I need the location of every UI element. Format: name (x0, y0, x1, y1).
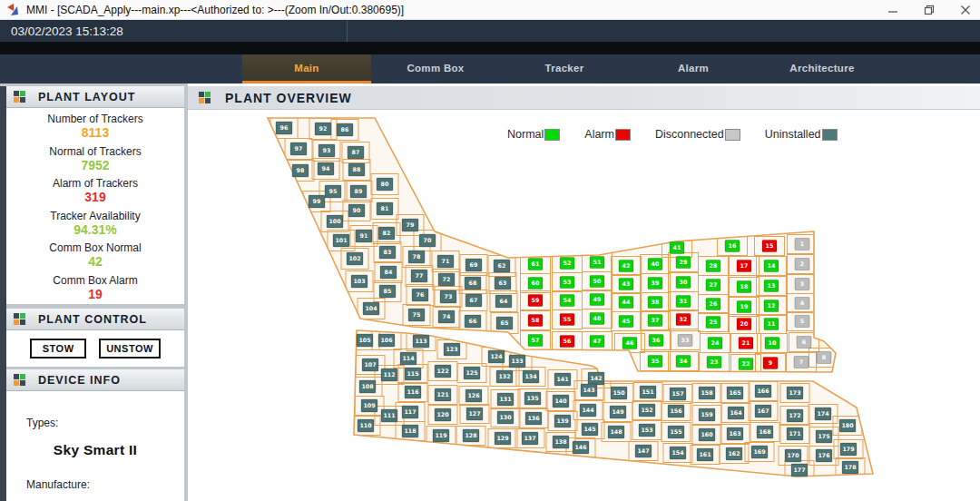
map-tile-96[interactable]: 96 (276, 122, 292, 134)
map-tile-149[interactable]: 149 (610, 406, 626, 418)
map-tile-175[interactable]: 175 (816, 430, 832, 443)
map-tile-43[interactable]: 43 (619, 279, 633, 290)
map-tile-100[interactable]: 100 (327, 215, 343, 228)
map-tile-93[interactable]: 93 (318, 144, 335, 157)
map-tile-47[interactable]: 47 (590, 336, 604, 348)
map-tile-44[interactable]: 44 (619, 297, 633, 309)
map-tile-162[interactable]: 162 (726, 447, 742, 460)
map-tile-153[interactable]: 153 (639, 424, 655, 437)
map-tile-48[interactable]: 48 (590, 313, 604, 325)
map-tile-173[interactable]: 173 (787, 387, 803, 399)
map-tile-145[interactable]: 145 (582, 423, 598, 436)
map-tile-29[interactable]: 29 (676, 257, 691, 269)
map-tile-135[interactable]: 135 (524, 392, 541, 405)
map-tile-167[interactable]: 167 (755, 405, 771, 418)
map-tile-85[interactable]: 85 (379, 285, 396, 298)
map-tile-156[interactable]: 156 (668, 405, 684, 418)
map-tile-154[interactable]: 154 (670, 447, 686, 459)
map-tile-177[interactable]: 177 (791, 464, 808, 476)
map-tile-121[interactable]: 121 (435, 388, 451, 401)
map-tile-123[interactable]: 123 (444, 343, 460, 356)
map-tile-69[interactable]: 69 (466, 259, 482, 271)
map-tile-137[interactable]: 137 (522, 432, 538, 445)
map-tile-106[interactable]: 106 (378, 334, 395, 347)
map-tile-132[interactable]: 132 (496, 370, 513, 383)
map-tile-147[interactable]: 147 (635, 445, 652, 457)
map-tile-180[interactable]: 180 (839, 419, 856, 432)
map-tile-107[interactable]: 107 (362, 359, 378, 371)
map-tile-20[interactable]: 20 (737, 319, 751, 330)
map-tile-12[interactable]: 12 (764, 300, 779, 312)
map-tile-15[interactable]: 15 (762, 241, 777, 252)
map-tile-119[interactable]: 119 (433, 429, 449, 442)
map-tile-41[interactable]: 41 (670, 242, 684, 254)
map-tile-67[interactable]: 67 (466, 294, 482, 307)
map-tile-36[interactable]: 36 (649, 335, 663, 347)
map-tile-95[interactable]: 95 (325, 185, 341, 198)
map-tile-152[interactable]: 152 (639, 404, 655, 417)
map-tile-174[interactable]: 174 (815, 408, 831, 420)
map-tile-23[interactable]: 23 (707, 357, 721, 368)
map-tile-26[interactable]: 26 (706, 299, 720, 310)
map-tile-146[interactable]: 146 (573, 441, 589, 454)
map-tile-163[interactable]: 163 (727, 427, 743, 440)
map-tile-140[interactable]: 140 (553, 395, 569, 408)
map-tile-169[interactable]: 169 (751, 446, 768, 458)
map-tile-3[interactable]: 3 (795, 279, 809, 290)
map-tile-28[interactable]: 28 (706, 260, 720, 272)
map-tile-179[interactable]: 179 (840, 443, 857, 456)
map-tile-84[interactable]: 84 (380, 266, 397, 279)
tab-main[interactable]: Main (242, 54, 371, 84)
map-tile-113[interactable]: 113 (413, 335, 429, 348)
map-tile-87[interactable]: 87 (348, 146, 364, 159)
map-tile-136[interactable]: 136 (525, 412, 542, 425)
map-tile-83[interactable]: 83 (379, 246, 396, 259)
map-tile-24[interactable]: 24 (708, 338, 722, 349)
stow-button[interactable]: STOW (30, 339, 86, 359)
map-tile-116[interactable]: 116 (405, 386, 421, 398)
map-tile-54[interactable]: 54 (560, 295, 574, 307)
map-tile-60[interactable]: 60 (528, 278, 543, 290)
map-tile-151[interactable]: 151 (640, 386, 656, 398)
map-tile-73[interactable]: 73 (440, 290, 456, 303)
map-tile-131[interactable]: 131 (497, 393, 514, 406)
map-tile-63[interactable]: 63 (495, 277, 511, 290)
map-tile-80[interactable]: 80 (377, 178, 393, 191)
map-tile-134[interactable]: 134 (523, 370, 539, 383)
map-tile-108[interactable]: 108 (359, 380, 376, 393)
map-tile-170[interactable]: 170 (785, 449, 801, 462)
map-tile-178[interactable]: 178 (842, 461, 858, 474)
map-tile-103[interactable]: 103 (351, 275, 368, 288)
map-tile-35[interactable]: 35 (648, 356, 662, 368)
map-tile-160[interactable]: 160 (699, 428, 715, 441)
restore-button[interactable] (922, 3, 936, 17)
map-tile-39[interactable]: 39 (648, 278, 662, 290)
map-tile-79[interactable]: 79 (402, 219, 418, 231)
map-tile-130[interactable]: 130 (497, 411, 514, 424)
map-tile-55[interactable]: 55 (560, 314, 574, 326)
map-tile-51[interactable]: 51 (590, 257, 604, 269)
tab-tracker[interactable]: Tracker (500, 54, 629, 84)
map-tile-98[interactable]: 98 (292, 164, 309, 177)
map-tile-27[interactable]: 27 (706, 280, 720, 291)
map-tile-52[interactable]: 52 (560, 258, 574, 270)
map-tile-58[interactable]: 58 (528, 315, 543, 327)
map-tile-37[interactable]: 37 (648, 315, 662, 327)
map-tile-68[interactable]: 68 (465, 277, 481, 290)
map-tile-31[interactable]: 31 (676, 296, 691, 308)
map-tile-148[interactable]: 148 (608, 426, 624, 438)
map-tile-32[interactable]: 32 (676, 314, 691, 326)
map-tile-102[interactable]: 102 (347, 252, 363, 265)
map-tile-105[interactable]: 105 (357, 334, 373, 347)
map-tile-81[interactable]: 81 (377, 202, 393, 215)
map-tile-128[interactable]: 128 (463, 429, 479, 442)
map-tile-94[interactable]: 94 (318, 162, 334, 175)
map-tile-172[interactable]: 172 (787, 409, 803, 422)
map-tile-74[interactable]: 74 (438, 310, 455, 323)
map-tile-2[interactable]: 2 (795, 259, 809, 270)
map-tile-71[interactable]: 71 (437, 255, 454, 268)
map-tile-45[interactable]: 45 (619, 316, 633, 328)
map-tile-9[interactable]: 9 (763, 358, 778, 369)
unstow-button[interactable]: UNSTOW (99, 339, 161, 359)
map-tile-91[interactable]: 91 (356, 230, 372, 242)
